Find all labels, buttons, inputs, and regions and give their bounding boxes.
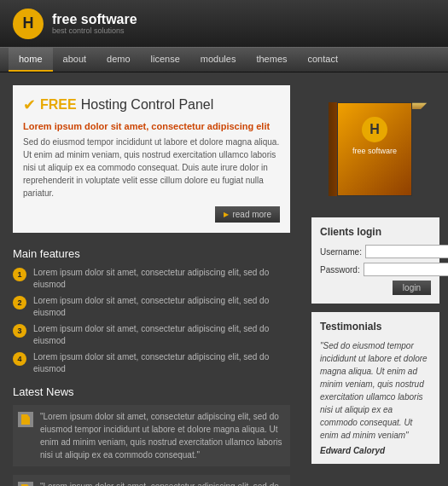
news-title: Latest News [13,385,290,398]
feature-item-2: 2 Lorem ipsum dolor sit amet, consectetu… [13,295,290,319]
feature-num-2: 2 [13,296,26,310]
box-front-face: H free software [337,102,412,196]
nav-link-license[interactable]: license [141,48,190,70]
hero-title-rest: Hosting Control Panel [81,97,214,113]
feature-item-1: 1 Lorem ipsum dolor sit amet, consectetu… [13,267,290,291]
nav-link-themes[interactable]: themes [246,48,297,70]
news-body-2: "Lorem ipsum dolor sit amet, consectetur… [40,480,285,486]
testimonials-title: Testimonials [320,321,431,333]
hero-section: ✔ FREE Hosting Control Panel Lorem ipsum… [13,85,290,233]
nav-item-themes[interactable]: themes [246,48,297,72]
news-item-2: "Lorem ipsum dolor sit amet, consectetur… [13,475,290,486]
login-button[interactable]: login [393,281,431,295]
left-column: ✔ FREE Hosting Control Panel Lorem ipsum… [0,72,303,486]
testimonials-box: Testimonials "Sed do eiusmod tempor inci… [311,312,439,464]
nav-link-modules[interactable]: modules [190,48,247,70]
feature-num-1: 1 [13,268,26,281]
password-field-row: Password: [320,263,431,276]
nav-item-home[interactable]: home [9,48,53,72]
feature-item-3: 3 Lorem ipsum dolor sit amet, consectetu… [13,323,290,347]
main-content: ✔ FREE Hosting Control Panel Lorem ipsum… [0,72,448,486]
feature-num-3: 3 [13,324,26,338]
username-label: Username: [320,247,362,257]
logo-tagline: best control solutions [52,26,137,35]
hero-free-label: FREE [40,97,77,113]
nav-link-about[interactable]: about [53,48,97,70]
nav-link-home[interactable]: home [9,48,53,72]
feature-text-4: Lorem ipsum dolor sit amet, consectetur … [33,351,290,375]
nav-item-about[interactable]: about [53,48,97,72]
password-input[interactable] [364,263,448,276]
features-title: Main features [13,243,290,260]
box-front-content: H free software [338,103,411,163]
username-field-row: Username: [320,245,431,258]
product-box-3d: H free software [329,94,422,196]
box-logo-icon: H [362,117,387,142]
nav-item-demo[interactable]: demo [96,48,141,72]
right-column: H free software Clients login Username: … [303,72,448,486]
news-section: Latest News "Lorem ipsum dolor sit amet,… [13,385,290,486]
testimonials-author: Edward Caloryd [320,446,431,455]
header: H free software best control solutions [0,0,448,47]
logo-title: free software [52,13,137,26]
feature-text-3: Lorem ipsum dolor sit amet, consectetur … [33,323,290,347]
box-product-title: free software [345,147,404,156]
features-section: Main features 1 Lorem ipsum dolor sit am… [13,243,290,375]
nav-link-contact[interactable]: contact [298,48,348,70]
feature-text-2: Lorem ipsum dolor sit amet, consectetur … [33,295,290,319]
feature-item-4: 4 Lorem ipsum dolor sit amet, consectetu… [13,351,290,375]
main-nav: home about demo license modules themes c… [0,47,448,72]
news-body-1: "Lorem ipsum dolor sit amet, consectetur… [40,410,285,461]
hero-body: Sed do eiusmod tempor incididunt ut labo… [23,136,280,200]
news-item-1: "Lorem ipsum dolor sit amet, consectetur… [13,405,290,466]
username-input[interactable] [365,245,448,258]
testimonials-text: "Sed do eiusmod tempor incididunt ut lab… [320,339,431,442]
logo-icon: H [13,9,44,39]
logo-letter: H [23,14,34,32]
feature-num-4: 4 [13,352,26,366]
hero-subtitle: Lorem ipsum dolor sit amet, consectetur … [23,121,280,131]
product-box: H free software [311,85,439,205]
nav-link-demo[interactable]: demo [96,48,141,70]
read-more-button[interactable]: read more [215,206,280,223]
check-icon: ✔ [23,95,36,114]
nav-item-contact[interactable]: contact [298,48,348,72]
hero-title: ✔ FREE Hosting Control Panel [23,95,280,114]
news-icon-1 [18,412,33,427]
login-box: Clients login Username: Password: login [311,217,439,304]
logo-text: free software best control solutions [52,13,137,35]
news-icon-2 [18,482,33,486]
news-document-icon-1 [21,414,30,425]
login-title: Clients login [320,226,431,238]
feature-text-1: Lorem ipsum dolor sit amet, consectetur … [33,267,290,291]
nav-item-modules[interactable]: modules [190,48,247,72]
password-label: Password: [320,265,360,275]
features-list: 1 Lorem ipsum dolor sit amet, consectetu… [13,267,290,375]
nav-item-license[interactable]: license [141,48,190,72]
box-logo-letter: H [369,122,380,137]
nav-list: home about demo license modules themes c… [0,48,448,72]
